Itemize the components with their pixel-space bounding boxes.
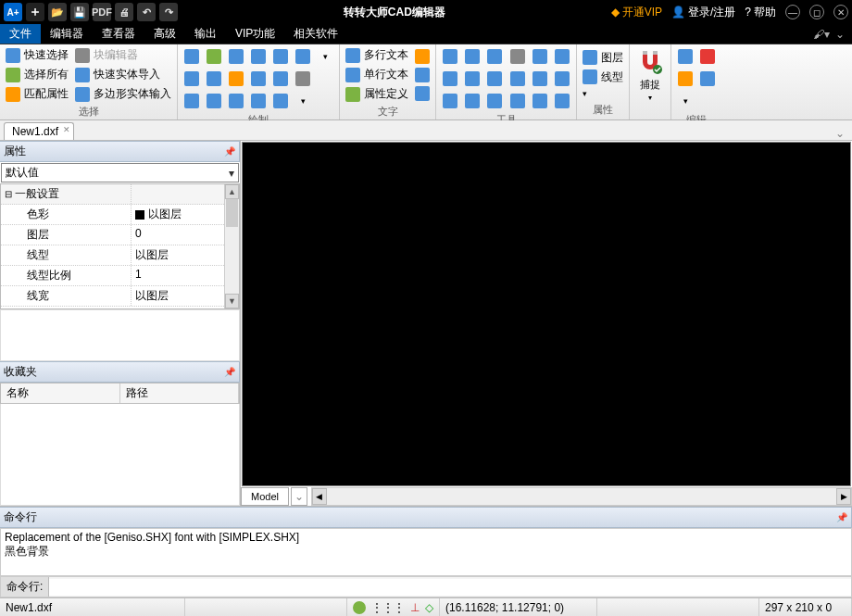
zigzag-tool-icon[interactable] bbox=[248, 46, 269, 67]
command-panel-header[interactable]: 命令行 📌 bbox=[0, 507, 852, 528]
hatch-area-tool-icon[interactable] bbox=[293, 46, 313, 67]
pin-icon[interactable]: 📌 bbox=[224, 367, 235, 377]
table-tool-icon[interactable] bbox=[270, 69, 291, 89]
prop-row-color[interactable]: 色彩以图层 bbox=[1, 205, 239, 225]
scroll-right-icon[interactable]: ▶ bbox=[836, 488, 851, 505]
osnap-toggle-icon[interactable]: ◇ bbox=[425, 601, 433, 614]
model-tab[interactable]: Model bbox=[241, 487, 289, 506]
cut-icon[interactable] bbox=[675, 69, 695, 89]
ortho-toggle-icon[interactable]: ⊥ bbox=[410, 601, 420, 614]
draw-more-2[interactable] bbox=[293, 69, 313, 89]
scale-tool-icon[interactable] bbox=[462, 69, 482, 89]
fav-col-path[interactable]: 路径 bbox=[120, 383, 240, 403]
scroll-left-icon[interactable]: ◀ bbox=[312, 488, 327, 505]
open-vip-button[interactable]: ◆ 开通VIP bbox=[611, 5, 662, 20]
text-find-icon[interactable] bbox=[413, 85, 432, 102]
polyline-tool-icon[interactable] bbox=[204, 46, 224, 67]
props-dd-icon[interactable]: ▾ bbox=[581, 88, 625, 99]
tool-b-icon[interactable] bbox=[530, 46, 550, 67]
minimize-button[interactable]: — bbox=[785, 5, 800, 19]
linetype-button[interactable]: 线型 bbox=[581, 69, 625, 86]
mtext-button[interactable]: 多行文本 bbox=[344, 46, 410, 64]
save-file-icon[interactable]: 💾 bbox=[70, 3, 89, 21]
menu-related-software[interactable]: 相关软件 bbox=[284, 24, 347, 44]
tool-f-icon[interactable] bbox=[552, 69, 572, 89]
scroll-down-icon[interactable]: ▼ bbox=[225, 294, 239, 308]
match-prop-button[interactable]: 匹配属性 bbox=[4, 85, 70, 103]
point-tool-icon[interactable] bbox=[182, 91, 202, 111]
menu-viewer[interactable]: 查看器 bbox=[93, 24, 144, 44]
help-button[interactable]: ? 帮助 bbox=[745, 5, 776, 20]
tool-i-icon[interactable] bbox=[552, 91, 572, 111]
open-file-icon[interactable]: 📂 bbox=[48, 3, 67, 21]
scroll-up-icon[interactable]: ▲ bbox=[225, 184, 239, 199]
document-tab[interactable]: New1.dxf ✕ bbox=[4, 122, 74, 140]
circle-tool-icon[interactable] bbox=[182, 69, 202, 89]
polygon-entity-input-button[interactable]: 多边形实体输入 bbox=[73, 85, 173, 103]
rectangle-tool-icon[interactable] bbox=[226, 46, 246, 67]
fast-entity-import-button[interactable]: 快速实体导入 bbox=[73, 66, 173, 83]
text-edit-icon[interactable] bbox=[413, 48, 432, 65]
arc-tool-icon[interactable] bbox=[204, 69, 224, 89]
select-all-button[interactable]: 选择所有 bbox=[4, 66, 70, 83]
prop-row-ltscale[interactable]: 线型比例1 bbox=[1, 266, 239, 286]
prop-row-linetype[interactable]: 线型以图层 bbox=[1, 245, 239, 266]
tool-h-icon[interactable] bbox=[530, 91, 550, 111]
ellipse-tool-icon[interactable] bbox=[226, 69, 246, 89]
rotate-tool-icon[interactable] bbox=[484, 46, 505, 67]
offset-tool-icon[interactable] bbox=[484, 91, 505, 111]
block-tool-icon[interactable] bbox=[248, 69, 269, 89]
ray-tool-icon[interactable] bbox=[270, 91, 291, 111]
layout-dropdown-icon[interactable]: ⌄ bbox=[291, 487, 307, 506]
favorites-list[interactable] bbox=[0, 404, 240, 506]
hatch-tool-icon[interactable] bbox=[204, 91, 224, 111]
menu-output[interactable]: 输出 bbox=[185, 24, 226, 44]
scroll-thumb[interactable] bbox=[226, 199, 238, 227]
fav-col-name[interactable]: 名称 bbox=[1, 383, 120, 403]
menu-editor[interactable]: 编辑器 bbox=[41, 24, 93, 44]
attrdef-button[interactable]: 属性定义 bbox=[344, 85, 410, 103]
properties-scrollbar[interactable]: ▲ ▼ bbox=[224, 184, 239, 308]
maximize-button[interactable]: ◻ bbox=[809, 5, 824, 19]
menu-vip-features[interactable]: VIP功能 bbox=[226, 24, 284, 44]
array-tool-icon[interactable] bbox=[484, 69, 505, 89]
delete-icon[interactable] bbox=[697, 46, 718, 67]
print-icon[interactable]: 🖨 bbox=[115, 3, 133, 21]
tool-g-icon[interactable] bbox=[507, 91, 528, 111]
copy-tool-icon[interactable] bbox=[462, 46, 482, 67]
text-style-icon[interactable] bbox=[413, 67, 432, 83]
draw-dd-1[interactable]: ▾ bbox=[315, 46, 335, 67]
properties-default-combo[interactable]: 默认值 ▾ bbox=[1, 163, 239, 182]
tool-a-icon[interactable] bbox=[507, 46, 528, 67]
command-input[interactable] bbox=[49, 579, 851, 596]
menu-file[interactable]: 文件 bbox=[0, 24, 41, 44]
trim-tool-icon[interactable] bbox=[440, 91, 460, 111]
edit-dd-icon[interactable]: ▾ bbox=[675, 91, 695, 111]
dimension-tool-icon[interactable] bbox=[270, 46, 291, 67]
pin-icon[interactable]: 📌 bbox=[224, 146, 235, 157]
tab-dropdown-icon[interactable]: ⌄ bbox=[832, 127, 848, 140]
drawing-canvas[interactable] bbox=[242, 142, 851, 486]
tool-c-icon[interactable] bbox=[552, 46, 572, 67]
grid-toggle-icon[interactable]: ⋮⋮⋮ bbox=[371, 601, 405, 614]
pin-icon[interactable]: 📌 bbox=[836, 512, 847, 522]
new-file-icon[interactable]: ＋ bbox=[26, 3, 44, 21]
move-tool-icon[interactable] bbox=[440, 46, 460, 67]
fast-select-button[interactable]: 快速选择 bbox=[4, 46, 70, 64]
extend-tool-icon[interactable] bbox=[462, 91, 482, 111]
close-tab-icon[interactable]: ✕ bbox=[63, 125, 70, 134]
tool-e-icon[interactable] bbox=[530, 69, 550, 89]
copy-icon[interactable] bbox=[675, 46, 695, 67]
canvas-h-scrollbar[interactable]: ◀ ▶ bbox=[311, 487, 852, 506]
tool-d-icon[interactable] bbox=[507, 69, 528, 89]
favorites-panel-header[interactable]: 收藏夹 📌 bbox=[0, 361, 240, 383]
undo-icon[interactable]: ↶ bbox=[137, 3, 156, 21]
snap-toggle-icon[interactable] bbox=[353, 601, 366, 614]
properties-panel-header[interactable]: 属性 📌 bbox=[0, 141, 240, 162]
paste-icon[interactable] bbox=[697, 69, 718, 89]
stext-button[interactable]: 单行文本 bbox=[344, 66, 410, 83]
redo-icon[interactable]: ↷ bbox=[159, 3, 178, 21]
menu-advanced[interactable]: 高级 bbox=[144, 24, 185, 44]
draw-dd-3[interactable]: ▾ bbox=[293, 91, 313, 111]
spline-tool-icon[interactable] bbox=[226, 91, 246, 111]
